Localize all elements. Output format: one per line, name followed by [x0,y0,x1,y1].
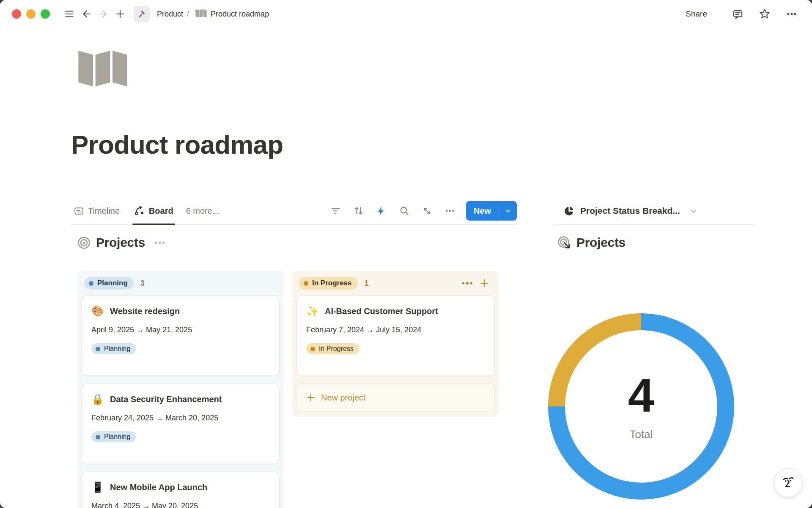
status-dot [304,281,308,286]
column-header: In Progress 1 [296,276,494,295]
new-button-label[interactable]: New [466,201,499,221]
status-donut-chart: 4 Total [548,313,734,500]
notion-ai-face-button[interactable] [774,468,803,497]
window-controls [12,9,50,19]
project-card[interactable]: 📱 New Mobile App Launch March 4, 2025 → … [82,472,280,508]
expand-icon[interactable] [419,202,436,219]
donut-center: 4 Total [565,330,717,483]
project-card[interactable]: 🔒 Data Security Enhancement February 24,… [82,384,280,464]
plus-icon [306,393,315,402]
board-section-heading[interactable]: Projects [77,235,165,250]
card-status-pill: Planning [91,431,136,442]
project-dates: March 4, 2025 → May 20, 2025 [91,502,270,508]
new-project-button[interactable]: New project [296,384,494,411]
view-toolbar [327,202,458,219]
tab-timeline[interactable]: Timeline [72,197,121,224]
sparkles-emoji-icon: ✨ [306,306,319,316]
close-window-button[interactable] [12,9,21,19]
view-more-icon[interactable] [442,202,458,219]
target-icon [77,236,91,249]
chart-source-heading[interactable]: Projects [557,235,625,250]
breadcrumb: Product / Product roadmap [129,6,269,22]
project-dates: April 9, 2025 → May 21, 2025 [91,326,270,334]
status-dot [96,347,100,351]
kanban-board: Planning 3 🎨 Website redesign April 9, 2… [77,271,499,508]
favorite-star-icon[interactable] [756,6,773,22]
app-window: Product / Product roadmap Share Product … [0,0,812,508]
filter-icon[interactable] [327,202,344,219]
target-link-icon [557,236,571,249]
project-card[interactable]: 🎨 Website redesign April 9, 2025 → May 2… [82,295,280,376]
status-pill-in-progress[interactable]: In Progress [299,277,358,290]
card-status-pill: Planning [91,343,136,354]
palette-emoji-icon: 🎨 [91,306,104,316]
project-dates: February 24, 2025 → March 20, 2025 [91,414,270,422]
tab-label: Timeline [88,206,120,216]
project-title: AI-Based Customer Support [325,306,438,316]
lock-emoji-icon: 🔒 [91,394,104,404]
topbar-actions: Share [686,6,800,22]
pie-chart-icon [563,205,575,217]
sort-icon[interactable] [350,202,367,219]
column-add-icon[interactable] [479,278,489,288]
chevron-down-icon [689,207,698,215]
tab-more[interactable]: 6 more... [186,206,219,216]
automation-bolt-icon[interactable] [373,202,390,219]
page-title[interactable]: Product roadmap [71,130,283,160]
status-label: In Progress [312,279,352,287]
status-label: Planning [97,279,128,287]
map-icon [195,8,207,20]
project-title: Data Security Enhancement [110,395,222,404]
new-project-label: New project [321,393,366,403]
breadcrumb-separator: / [187,10,189,19]
teamspace-hammer-icon[interactable] [134,6,150,22]
donut-total-value: 4 [628,372,654,420]
view-bar: Timeline Board 6 more... [72,197,517,225]
more-options-icon[interactable] [783,6,800,22]
board-section-title: Projects [96,235,145,250]
column-count: 1 [365,279,369,288]
project-card[interactable]: ✨ AI-Based Customer Support February 7, … [296,295,494,376]
page-map-icon[interactable] [77,47,129,88]
minimize-window-button[interactable] [26,9,36,19]
zoom-window-button[interactable] [41,9,50,19]
forward-icon[interactable] [95,6,112,22]
tab-board[interactable]: Board [132,197,175,224]
comments-icon[interactable] [729,6,746,22]
status-dot [89,281,93,286]
status-dot [96,435,100,439]
tab-label: Board [149,206,173,216]
section-more-icon[interactable] [155,242,165,244]
chart-section-title: Projects [576,235,625,250]
ai-face-icon [780,475,796,491]
project-title: Website redesign [110,306,180,316]
back-icon[interactable] [78,6,95,22]
topbar: Product / Product roadmap Share [0,0,812,28]
chart-selector[interactable]: Project Status Breakd... [553,197,754,225]
breadcrumb-current[interactable]: Product roadmap [211,10,269,19]
new-button-caret-icon[interactable] [499,201,517,221]
card-status-pill: In Progress [306,343,359,354]
status-label: Planning [104,345,130,353]
column-count: 3 [140,279,145,288]
search-icon[interactable] [396,202,413,219]
share-button[interactable]: Share [686,9,707,19]
project-dates: February 7, 2024 → July 15, 2024 [306,326,485,334]
status-label: In Progress [319,345,354,353]
mobile-phone-emoji-icon: 📱 [91,482,104,492]
status-dot [310,347,315,351]
project-title: New Mobile App Launch [110,483,207,492]
breadcrumb-parent[interactable]: Product [157,10,183,19]
column-header: Planning 3 [82,276,280,295]
new-record-button[interactable]: New [466,201,517,221]
column-planning: Planning 3 🎨 Website redesign April 9, 2… [77,271,284,508]
status-label: Planning [104,433,130,441]
column-in-progress: In Progress 1 ✨ AI-Based Customer Suppor… [292,271,499,417]
new-page-icon[interactable] [112,6,129,22]
chart-selector-label: Project Status Breakd... [580,206,680,216]
status-pill-planning[interactable]: Planning [84,277,134,290]
sidebar-menu-icon[interactable] [61,6,78,22]
column-more-icon[interactable] [462,282,473,284]
donut-total-label: Total [630,428,653,441]
